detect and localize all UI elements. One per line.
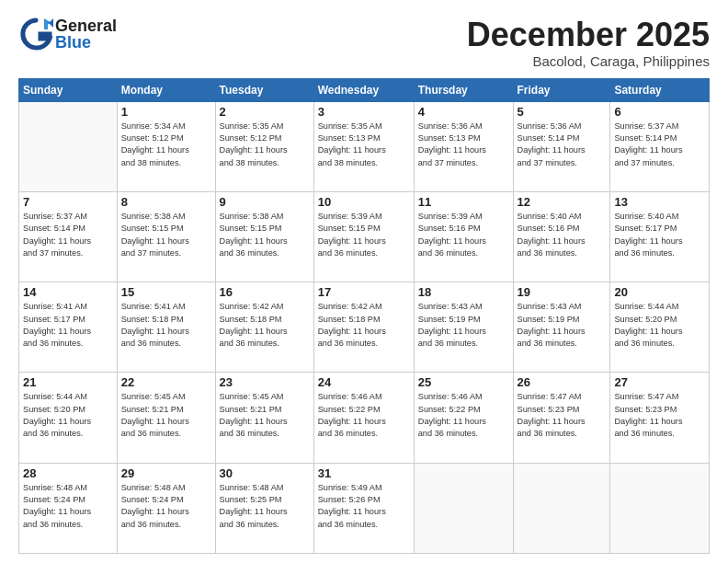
day-info: Sunrise: 5:46 AM Sunset: 5:22 PM Dayligh…: [318, 391, 410, 440]
weekday-header: Sunday: [19, 78, 118, 101]
calendar-cell: 12Sunrise: 5:40 AM Sunset: 5:16 PM Dayli…: [513, 191, 610, 282]
day-info: Sunrise: 5:40 AM Sunset: 5:16 PM Dayligh…: [518, 211, 607, 259]
day-number: 1: [121, 105, 211, 119]
day-info: Sunrise: 5:43 AM Sunset: 5:19 PM Dayligh…: [418, 301, 509, 350]
day-number: 21: [23, 375, 113, 389]
day-info: Sunrise: 5:34 AM Sunset: 5:12 PM Dayligh…: [121, 121, 211, 169]
calendar-cell: 4Sunrise: 5:36 AM Sunset: 5:13 PM Daylig…: [414, 101, 513, 191]
calendar-cell: 6Sunrise: 5:37 AM Sunset: 5:14 PM Daylig…: [610, 101, 710, 191]
day-info: Sunrise: 5:36 AM Sunset: 5:14 PM Dayligh…: [518, 121, 607, 169]
day-number: 28: [23, 466, 113, 480]
day-info: Sunrise: 5:44 AM Sunset: 5:20 PM Dayligh…: [23, 391, 113, 440]
month-title: December 2025: [467, 17, 710, 53]
calendar-body: 1Sunrise: 5:34 AM Sunset: 5:12 PM Daylig…: [19, 101, 710, 553]
calendar-cell: 18Sunrise: 5:43 AM Sunset: 5:19 PM Dayli…: [414, 282, 513, 373]
day-info: Sunrise: 5:41 AM Sunset: 5:17 PM Dayligh…: [23, 301, 113, 350]
logo: General Blue: [18, 17, 117, 52]
calendar-cell: 8Sunrise: 5:38 AM Sunset: 5:15 PM Daylig…: [117, 191, 215, 282]
day-number: 9: [220, 195, 310, 209]
calendar-cell: 28Sunrise: 5:48 AM Sunset: 5:24 PM Dayli…: [19, 463, 118, 553]
day-number: 29: [121, 466, 211, 480]
calendar-cell: [513, 463, 610, 553]
day-info: Sunrise: 5:35 AM Sunset: 5:12 PM Dayligh…: [220, 121, 310, 169]
day-info: Sunrise: 5:48 AM Sunset: 5:25 PM Dayligh…: [220, 482, 310, 531]
day-info: Sunrise: 5:36 AM Sunset: 5:13 PM Dayligh…: [418, 121, 509, 169]
calendar-cell: 16Sunrise: 5:42 AM Sunset: 5:18 PM Dayli…: [215, 282, 313, 373]
weekday-header: Thursday: [414, 78, 513, 101]
day-info: Sunrise: 5:40 AM Sunset: 5:17 PM Dayligh…: [614, 211, 705, 259]
day-info: Sunrise: 5:48 AM Sunset: 5:24 PM Dayligh…: [121, 482, 211, 531]
day-number: 15: [121, 285, 211, 299]
weekday-header: Tuesday: [215, 78, 313, 101]
day-number: 27: [614, 375, 705, 389]
calendar-cell: 2Sunrise: 5:35 AM Sunset: 5:12 PM Daylig…: [215, 101, 313, 191]
day-info: Sunrise: 5:35 AM Sunset: 5:13 PM Dayligh…: [318, 121, 410, 169]
day-info: Sunrise: 5:37 AM Sunset: 5:14 PM Dayligh…: [23, 211, 113, 259]
location: Bacolod, Caraga, Philippines: [467, 53, 710, 69]
day-number: 12: [518, 195, 607, 209]
day-number: 16: [220, 285, 310, 299]
day-number: 8: [121, 195, 211, 209]
day-info: Sunrise: 5:42 AM Sunset: 5:18 PM Dayligh…: [220, 301, 310, 350]
calendar-cell: [19, 101, 118, 191]
week-row: 7Sunrise: 5:37 AM Sunset: 5:14 PM Daylig…: [19, 191, 710, 282]
day-number: 18: [418, 285, 509, 299]
day-info: Sunrise: 5:48 AM Sunset: 5:24 PM Dayligh…: [23, 482, 113, 531]
week-row: 1Sunrise: 5:34 AM Sunset: 5:12 PM Daylig…: [19, 101, 710, 191]
day-number: 7: [23, 195, 113, 209]
day-info: Sunrise: 5:39 AM Sunset: 5:15 PM Dayligh…: [318, 211, 410, 259]
day-number: 23: [220, 375, 310, 389]
weekday-header: Wednesday: [313, 78, 414, 101]
day-info: Sunrise: 5:47 AM Sunset: 5:23 PM Dayligh…: [518, 391, 607, 440]
svg-marker-1: [49, 18, 53, 28]
day-number: 11: [418, 195, 509, 209]
day-info: Sunrise: 5:39 AM Sunset: 5:16 PM Dayligh…: [418, 211, 509, 259]
calendar-cell: 27Sunrise: 5:47 AM Sunset: 5:23 PM Dayli…: [610, 373, 710, 463]
calendar-cell: 23Sunrise: 5:45 AM Sunset: 5:21 PM Dayli…: [215, 373, 313, 463]
day-number: 6: [614, 105, 705, 119]
calendar-header: SundayMondayTuesdayWednesdayThursdayFrid…: [19, 78, 710, 101]
calendar-cell: 26Sunrise: 5:47 AM Sunset: 5:23 PM Dayli…: [513, 373, 610, 463]
day-number: 24: [318, 375, 410, 389]
page: General Blue December 2025 Bacolod, Cara…: [0, 0, 728, 563]
weekday-header: Friday: [513, 78, 610, 101]
calendar-cell: 10Sunrise: 5:39 AM Sunset: 5:15 PM Dayli…: [313, 191, 414, 282]
calendar-cell: 24Sunrise: 5:46 AM Sunset: 5:22 PM Dayli…: [313, 373, 414, 463]
week-row: 28Sunrise: 5:48 AM Sunset: 5:24 PM Dayli…: [19, 463, 710, 553]
day-info: Sunrise: 5:41 AM Sunset: 5:18 PM Dayligh…: [121, 301, 211, 350]
day-number: 5: [518, 105, 607, 119]
calendar-cell: 25Sunrise: 5:46 AM Sunset: 5:22 PM Dayli…: [414, 373, 513, 463]
calendar-cell: 7Sunrise: 5:37 AM Sunset: 5:14 PM Daylig…: [19, 191, 118, 282]
day-number: 13: [614, 195, 705, 209]
day-number: 22: [121, 375, 211, 389]
day-info: Sunrise: 5:45 AM Sunset: 5:21 PM Dayligh…: [121, 391, 211, 440]
calendar-cell: 13Sunrise: 5:40 AM Sunset: 5:17 PM Dayli…: [610, 191, 710, 282]
calendar-cell: 3Sunrise: 5:35 AM Sunset: 5:13 PM Daylig…: [313, 101, 414, 191]
day-number: 2: [220, 105, 310, 119]
calendar-cell: [414, 463, 513, 553]
day-info: Sunrise: 5:37 AM Sunset: 5:14 PM Dayligh…: [614, 121, 705, 169]
calendar-cell: 17Sunrise: 5:42 AM Sunset: 5:18 PM Dayli…: [313, 282, 414, 373]
calendar-cell: 1Sunrise: 5:34 AM Sunset: 5:12 PM Daylig…: [117, 101, 215, 191]
day-number: 19: [518, 285, 607, 299]
day-info: Sunrise: 5:49 AM Sunset: 5:26 PM Dayligh…: [318, 482, 410, 531]
day-number: 25: [418, 375, 509, 389]
day-number: 20: [614, 285, 705, 299]
day-number: 30: [220, 466, 310, 480]
calendar-cell: 9Sunrise: 5:38 AM Sunset: 5:15 PM Daylig…: [215, 191, 313, 282]
day-number: 31: [318, 466, 410, 480]
logo-blue: Blue: [55, 34, 117, 51]
calendar-table: SundayMondayTuesdayWednesdayThursdayFrid…: [18, 78, 710, 554]
calendar-cell: 22Sunrise: 5:45 AM Sunset: 5:21 PM Dayli…: [117, 373, 215, 463]
calendar-cell: 21Sunrise: 5:44 AM Sunset: 5:20 PM Dayli…: [19, 373, 118, 463]
day-number: 26: [518, 375, 607, 389]
calendar-cell: 11Sunrise: 5:39 AM Sunset: 5:16 PM Dayli…: [414, 191, 513, 282]
calendar-cell: [610, 463, 710, 553]
calendar-cell: 19Sunrise: 5:43 AM Sunset: 5:19 PM Dayli…: [513, 282, 610, 373]
day-number: 3: [318, 105, 410, 119]
day-info: Sunrise: 5:38 AM Sunset: 5:15 PM Dayligh…: [121, 211, 211, 259]
weekday-header-row: SundayMondayTuesdayWednesdayThursdayFrid…: [19, 78, 710, 101]
weekday-header: Monday: [117, 78, 215, 101]
header: General Blue December 2025 Bacolod, Cara…: [18, 17, 710, 69]
weekday-header: Saturday: [610, 78, 710, 101]
